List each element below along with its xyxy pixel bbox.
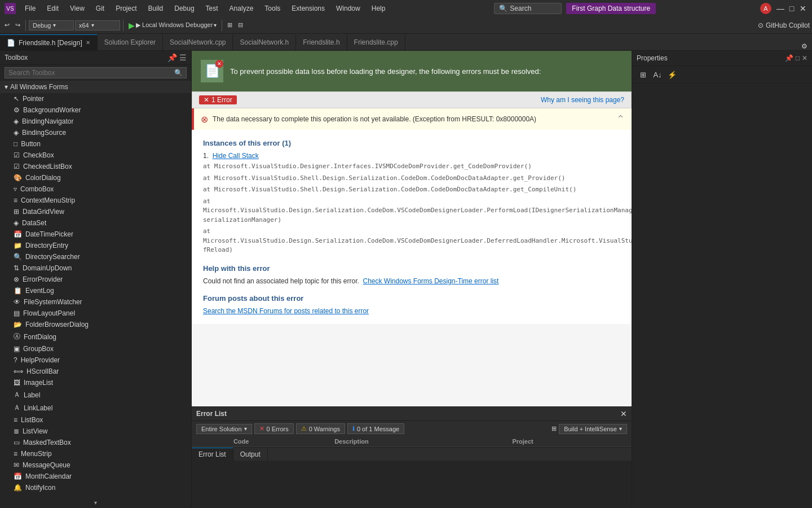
toolbar-misc-1[interactable]: ⊞ xyxy=(225,20,235,30)
toolbox-item-button[interactable]: □ Button xyxy=(0,138,191,150)
prop-alpha-btn[interactable]: A↓ xyxy=(651,68,664,81)
menu-file[interactable]: File xyxy=(20,3,40,14)
toolbox-item-maskedtextbox[interactable]: ▭ MaskedTextBox xyxy=(0,437,191,448)
tab-friendslite-cpp[interactable]: Friendslite.cpp xyxy=(347,34,405,50)
toolbox-item-imagelist[interactable]: 🖼 ImageList xyxy=(0,377,191,388)
menu-debug[interactable]: Debug xyxy=(170,3,198,14)
warnings-count-button[interactable]: ⚠ 0 Warnings xyxy=(296,423,345,434)
toolbox-item-helpprovider[interactable]: ? HelpProvider xyxy=(0,354,191,366)
toolbox-item-dataset[interactable]: ◈ DataSet xyxy=(0,217,191,229)
error-list-close-button[interactable]: ✕ xyxy=(620,409,627,418)
menu-window[interactable]: Window xyxy=(332,3,365,14)
tab-socialnetwork-h[interactable]: SocialNetwork.h xyxy=(233,34,296,50)
menu-edit[interactable]: Edit xyxy=(42,3,63,14)
tab-friendslite-design[interactable]: 📄 Friendslite.h [Design] ✕ xyxy=(0,34,98,50)
pin-icon[interactable]: 📌 xyxy=(785,54,793,62)
tab-solution-explorer[interactable]: Solution Explorer xyxy=(98,34,163,50)
hide-call-stack-link[interactable]: Hide Call Stack xyxy=(213,152,259,160)
toolbox-item-linklabel[interactable]: Ａ LinkLabel xyxy=(0,401,191,414)
debug-config-dropdown[interactable]: Debug ▾ xyxy=(29,20,74,30)
run-button[interactable]: ▶ ▶ Local Windows Debugger ▾ xyxy=(126,20,219,31)
settings-icon[interactable]: ⚙ xyxy=(801,42,807,50)
toolbar-redo[interactable]: ↪ xyxy=(13,20,23,30)
toolbox-item-fontdialog[interactable]: Ⓐ FontDialog xyxy=(0,330,191,343)
label-icon: Ａ xyxy=(14,390,20,400)
button-icon: □ xyxy=(14,140,17,148)
toolbox-item-pointer[interactable]: ↖ Pointer xyxy=(0,93,191,104)
menu-tools[interactable]: Tools xyxy=(260,3,285,14)
toolbox-item-colordialog[interactable]: 🎨 ColorDialog xyxy=(0,172,191,183)
forum-link[interactable]: Search the MSDN Forums for posts related… xyxy=(203,307,369,315)
menu-view[interactable]: View xyxy=(65,3,89,14)
toolbox-item-combobox[interactable]: ▿ ComboBox xyxy=(0,183,191,195)
tab-friendslite-h[interactable]: Friendslite.h xyxy=(296,34,347,50)
toolbox-item-contextmenu[interactable]: ≡ ContextMenuStrip xyxy=(0,195,191,206)
toolbox-item-menustrip[interactable]: ≡ MenuStrip xyxy=(0,448,191,459)
github-copilot[interactable]: ⊙ GitHub Copilot xyxy=(758,21,810,29)
toolbox-item-eventlog[interactable]: 📋 EventLog xyxy=(0,285,191,296)
menu-icon[interactable]: ☰ xyxy=(179,53,187,62)
toolbox-item-hscrollbar[interactable]: ⟺ HScrollBar xyxy=(0,366,191,377)
toolbox-search-input[interactable] xyxy=(8,69,174,77)
toolbox-item-folderbrowser[interactable]: 📂 FolderBrowserDialog xyxy=(0,319,191,330)
toolbox-item-errorprovider[interactable]: ⊗ ErrorProvider xyxy=(0,274,191,285)
menu-project[interactable]: Project xyxy=(111,3,141,14)
messages-count-button[interactable]: ℹ 0 of 1 Message xyxy=(347,423,404,434)
prop-events-btn[interactable]: ⚡ xyxy=(666,68,678,81)
menu-test[interactable]: Test xyxy=(201,3,223,14)
tab-socialnetwork-cpp[interactable]: SocialNetwork.cpp xyxy=(163,34,233,50)
toolbox-item-messagequeue[interactable]: ✉ MessageQueue xyxy=(0,459,191,471)
close-button[interactable]: ✕ xyxy=(798,4,807,13)
tab-error-list[interactable]: Error List xyxy=(192,448,233,461)
tab-close-icon[interactable]: ✕ xyxy=(86,40,90,46)
toolbox-item-listview[interactable]: ≣ ListView xyxy=(0,426,191,437)
toolbox-item-directoryentry[interactable]: 📁 DirectoryEntry xyxy=(0,240,191,251)
properties-title: Properties xyxy=(637,54,668,62)
toolbox-item-backgroundworker[interactable]: ⚙ BackgroundWorker xyxy=(0,104,191,116)
properties-header: Properties 📌 □ ✕ xyxy=(632,51,812,66)
menu-analyze[interactable]: Analyze xyxy=(225,3,258,14)
menu-git[interactable]: Git xyxy=(91,3,109,14)
toolbox-item-checkbox[interactable]: ☑ CheckBox xyxy=(0,150,191,161)
toolbox-item-bindingnav[interactable]: ◈ BindingNavigator xyxy=(0,116,191,127)
filter-dropdown[interactable]: Entire Solution ▾ xyxy=(196,424,252,434)
toolbox-item-datetimepicker[interactable]: 📅 DateTimePicker xyxy=(0,229,191,240)
banner-text: To prevent possible data loss before loa… xyxy=(230,67,541,76)
toolbox-item-filesystemwatcher[interactable]: 👁 FileSystemWatcher xyxy=(0,296,191,308)
toolbox-search-box[interactable]: 🔍 xyxy=(5,67,187,78)
toolbox-item-flowlayout[interactable]: ▤ FlowLayoutPanel xyxy=(0,308,191,319)
close-icon[interactable]: ✕ xyxy=(802,54,807,62)
toolbox-item-bindingsource[interactable]: ◈ BindingSource xyxy=(0,127,191,138)
expand-icon[interactable]: □ xyxy=(796,54,800,62)
toolbox-item-checkedlistbox[interactable]: ☑ CheckedListBox xyxy=(0,161,191,172)
maximize-button[interactable]: □ xyxy=(787,4,796,13)
menu-build[interactable]: Build xyxy=(144,3,168,14)
build-filter-dropdown[interactable]: Build + IntelliSense ▾ xyxy=(559,424,627,434)
pin-icon[interactable]: 📌 xyxy=(167,53,177,62)
toolbar-undo[interactable]: ↩ xyxy=(2,20,12,30)
toolbox-item-groupbox[interactable]: ▣ GroupBox xyxy=(0,343,191,354)
forum-title: Forum posts about this error xyxy=(203,294,620,303)
global-search[interactable]: 🔍 Search xyxy=(494,3,562,14)
toolbox-item-notifyicon[interactable]: 🔔 NotifyIcon xyxy=(0,482,191,493)
why-link[interactable]: Why am I seeing this page? xyxy=(541,96,624,104)
collapse-icon[interactable]: ⌃ xyxy=(616,113,625,125)
toolbox-item-datagridview[interactable]: ⊞ DataGridView xyxy=(0,206,191,217)
minimize-button[interactable]: — xyxy=(776,4,785,13)
toolbox-section-header[interactable]: ▾ All Windows Forms xyxy=(0,81,191,93)
toolbox-item-directorysearcher[interactable]: 🔍 DirectorySearcher xyxy=(0,251,191,262)
toolbox-item-label[interactable]: Ａ Label xyxy=(0,388,191,401)
toolbox-item-monthcalendar[interactable]: 📅 MonthCalendar xyxy=(0,471,191,482)
menu-extensions[interactable]: Extensions xyxy=(287,3,329,14)
help-link[interactable]: Check Windows Forms Design-Time error li… xyxy=(363,277,499,285)
copilot-icon: ⊙ xyxy=(758,21,764,29)
errors-count-button[interactable]: ✕ 0 Errors xyxy=(254,423,294,434)
arch-dropdown[interactable]: x64 ▾ xyxy=(75,20,120,30)
tab-output[interactable]: Output xyxy=(233,448,268,461)
prop-category-btn[interactable]: ⊞ xyxy=(637,68,649,81)
menu-help[interactable]: Help xyxy=(367,3,390,14)
toolbar-misc-2[interactable]: ⊟ xyxy=(236,20,245,30)
help-text: Could not find an associated help topic … xyxy=(203,277,359,285)
toolbox-item-domainupdown[interactable]: ⇅ DomainUpDown xyxy=(0,262,191,274)
toolbox-item-listbox[interactable]: ≡ ListBox xyxy=(0,414,191,426)
